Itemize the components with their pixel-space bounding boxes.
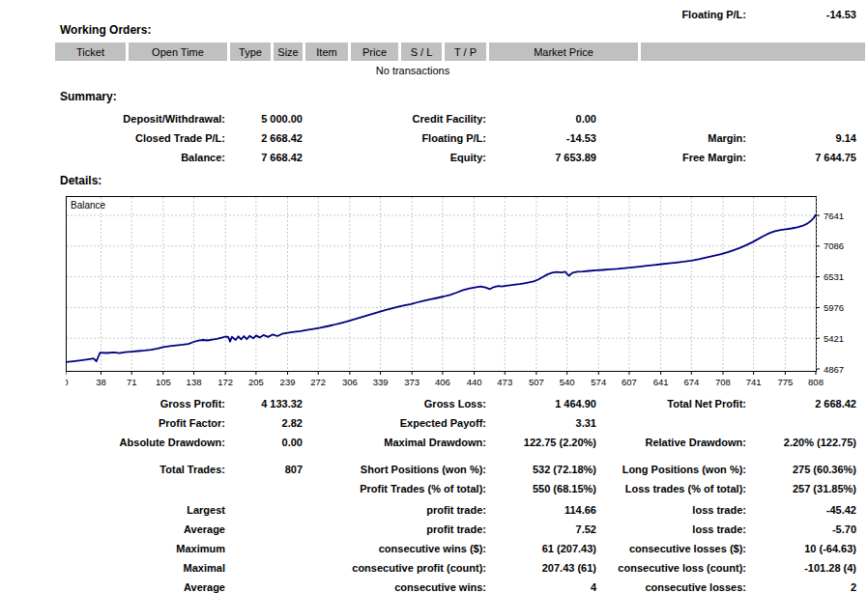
no-transactions-text: No transactions xyxy=(55,65,770,76)
label-cell: consecutive profit (count): xyxy=(319,558,486,578)
label-cell: Profit Trades (% of total): xyxy=(319,479,486,498)
x-axis-label: 272 xyxy=(310,377,326,387)
floating-pl-label: Floating P/L: xyxy=(599,5,746,24)
report-row: Absolute Drawdown:0.00Maximal Drawdown:1… xyxy=(0,433,868,452)
wo-col-type[interactable]: Type xyxy=(230,42,271,61)
label-cell: Average xyxy=(58,578,225,593)
value-cell: 7 668.42 xyxy=(235,148,303,167)
label-cell: profit trade: xyxy=(319,500,486,520)
value-cell: 4 xyxy=(496,578,596,593)
x-axis-label: 473 xyxy=(497,377,512,387)
wo-col-item[interactable]: Item xyxy=(305,42,348,61)
x-axis-label: 607 xyxy=(622,377,637,387)
balance-chart-svg: 0387110513817220523927230633937340644047… xyxy=(66,196,868,389)
label-cell: consecutive losses ($): xyxy=(599,539,746,558)
label-cell: Profit Factor: xyxy=(58,413,225,433)
x-axis-label: 105 xyxy=(156,377,171,387)
x-axis-label: 674 xyxy=(683,377,699,387)
label-cell: Gross Profit: xyxy=(58,394,225,413)
label-cell: Short Positions (won %): xyxy=(319,460,486,479)
label-cell: Margin: xyxy=(599,128,746,148)
value-cell: 5 000.00 xyxy=(235,109,303,128)
value-cell: 61 (207.43) xyxy=(496,539,596,558)
value-cell: 4 133.32 xyxy=(235,394,303,413)
details-title: Details: xyxy=(60,174,101,187)
value-cell: 207.43 (61) xyxy=(496,558,596,578)
x-axis-label: 406 xyxy=(435,377,450,387)
label-cell: consecutive loss (count): xyxy=(599,558,746,578)
label-cell: Floating P/L: xyxy=(319,128,486,148)
label-cell: Total Net Profit: xyxy=(599,394,746,413)
wo-col-price[interactable]: Price xyxy=(351,42,398,61)
value-cell: 2.82 xyxy=(235,413,303,433)
x-axis-label: 440 xyxy=(467,377,482,387)
x-axis-label: 306 xyxy=(342,377,358,387)
x-axis-label: 540 xyxy=(560,377,575,387)
value-cell: 0.00 xyxy=(496,109,596,128)
x-axis-label: 239 xyxy=(280,377,296,387)
value-cell: 2 668.42 xyxy=(235,128,303,148)
wo-col-size[interactable]: Size xyxy=(274,42,303,61)
value-cell: 7.52 xyxy=(496,520,596,539)
label-cell: Free Margin: xyxy=(599,148,746,167)
value-cell: 807 xyxy=(235,460,303,479)
value-cell: 2 668.42 xyxy=(756,394,856,413)
x-axis-label: 808 xyxy=(808,377,824,387)
x-axis-label: 775 xyxy=(777,377,793,387)
x-axis-label: 0 xyxy=(66,377,69,387)
value-cell: 532 (72.18%) xyxy=(496,460,596,479)
wo-col-ticket[interactable]: Ticket xyxy=(55,42,126,61)
x-axis-label: 373 xyxy=(404,377,420,387)
value-cell: -101.28 (4) xyxy=(756,558,856,578)
label-cell: loss trade: xyxy=(599,520,746,539)
wo-col-s-l[interactable]: S / L xyxy=(401,42,442,61)
x-axis-label: 741 xyxy=(746,377,762,387)
label-cell: Expected Payoff: xyxy=(319,413,486,433)
x-axis-label: 507 xyxy=(529,377,544,387)
x-axis-label: 708 xyxy=(715,377,731,387)
value-cell: 122.75 (2.20%) xyxy=(496,433,596,452)
y-axis-label: 4867 xyxy=(824,364,844,375)
chart-legend-balance: Balance xyxy=(71,200,106,211)
label-cell: Credit Facility: xyxy=(319,109,486,128)
label-cell: Long Positions (won %): xyxy=(599,460,746,479)
label-cell: Deposit/Withdrawal: xyxy=(58,109,225,128)
wo-col-open-time[interactable]: Open Time xyxy=(129,42,227,61)
label-cell: Loss trades (% of total): xyxy=(599,479,746,498)
value-cell: 7 653.89 xyxy=(496,148,596,167)
value-cell: 2 xyxy=(756,578,856,593)
value-cell: 2.20% (122.75) xyxy=(756,433,856,452)
value-cell: 0.00 xyxy=(235,433,303,452)
balance-chart: 0387110513817220523927230633937340644047… xyxy=(66,196,868,389)
y-axis-label: 6531 xyxy=(824,271,844,282)
wo-col-t-p[interactable]: T / P xyxy=(445,42,486,61)
wo-col-market-price[interactable]: Market Price xyxy=(489,42,638,61)
report-row: Maximumconsecutive wins ($):61 (207.43)c… xyxy=(0,539,868,558)
label-cell: Average xyxy=(58,520,225,539)
x-axis-label: 205 xyxy=(248,377,264,387)
report-row: Averageprofit trade:7.52loss trade:-5.70 xyxy=(0,520,868,539)
report-row: Averageconsecutive wins:4consecutive los… xyxy=(0,578,868,593)
x-axis-label: 138 xyxy=(187,377,202,387)
x-axis-label: 574 xyxy=(591,377,606,387)
x-axis-label: 71 xyxy=(127,377,137,387)
report-row: Largestprofit trade:114.66loss trade:-45… xyxy=(0,500,868,520)
report-row: Gross Profit:4 133.32Gross Loss:1 464.90… xyxy=(0,394,868,413)
label-cell: Maximal xyxy=(58,558,225,578)
wo-col-filler[interactable] xyxy=(641,42,865,61)
working-orders-header-row: TicketOpen TimeTypeSizeItemPriceS / LT /… xyxy=(55,42,865,61)
working-orders-title: Working Orders: xyxy=(60,23,151,37)
label-cell: profit trade: xyxy=(319,520,486,539)
account-statement-report: Floating P/L: -14.53 Working Orders: Tic… xyxy=(0,0,868,593)
label-cell: Maximum xyxy=(58,539,225,558)
label-cell: loss trade: xyxy=(599,500,746,520)
value-cell: 275 (60.36%) xyxy=(756,460,856,479)
label-cell: consecutive losses: xyxy=(599,578,746,593)
report-row: Total Trades:807Short Positions (won %):… xyxy=(0,460,868,479)
x-axis-label: 641 xyxy=(653,377,669,387)
report-row: Balance:7 668.42Equity:7 653.89Free Marg… xyxy=(0,148,868,167)
x-axis-label: 339 xyxy=(373,377,389,387)
value-cell: 10 (-64.63) xyxy=(756,539,856,558)
value-cell: 1 464.90 xyxy=(496,394,596,413)
report-row: Profit Factor:2.82Expected Payoff:3.31 xyxy=(0,413,868,433)
